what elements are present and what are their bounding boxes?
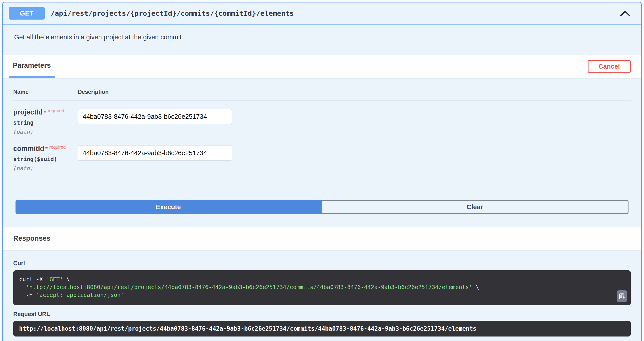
parameter-location: (path)	[13, 129, 78, 135]
parameter-value-cell	[78, 109, 631, 124]
endpoint-path: /api/rest/projects/{projectId}/commits/{…	[50, 9, 294, 17]
cancel-button[interactable]: Cancel	[588, 60, 631, 73]
required-star: *	[44, 109, 46, 116]
required-label: required	[48, 108, 64, 113]
clear-button[interactable]: Clear	[321, 200, 628, 214]
required-star: *	[46, 146, 48, 152]
parameter-name: projectId	[13, 108, 43, 116]
parameter-name: commitId	[13, 145, 44, 153]
parameter-location: (path)	[13, 165, 78, 172]
curl-text: \	[472, 284, 479, 290]
parameter-name-line: projectId*required	[13, 109, 78, 116]
copy-to-clipboard-button[interactable]	[617, 290, 627, 302]
curl-string: 'GET'	[46, 276, 63, 282]
curl-text	[19, 284, 26, 290]
curl-line-2: 'http://localhost:8080/api/rest/projects…	[19, 283, 625, 291]
chevron-up-icon	[620, 10, 630, 17]
parameter-row-projectid: projectId*required string (path)	[13, 101, 631, 135]
column-header-description: Description	[78, 89, 631, 95]
parameter-value-cell	[78, 145, 631, 161]
operation-summary-bar[interactable]: GET /api/rest/projects/{projectId}/commi…	[3, 3, 641, 25]
curl-text: -H	[19, 292, 36, 298]
column-header-name: Name	[13, 89, 78, 95]
execute-button-group: Execute Clear	[16, 200, 628, 214]
parameter-meta: commitId*required string($uuid) (path)	[13, 145, 78, 172]
responses-section-header: Responses	[3, 227, 641, 250]
operation-description: Get all the elements in a given project …	[3, 25, 641, 55]
commitid-input[interactable]	[78, 145, 232, 161]
curl-label: Curl	[13, 260, 631, 267]
curl-text: \	[63, 276, 70, 282]
curl-line-3: -H 'accept: application/json'	[19, 291, 625, 299]
request-url-value: http://localhost:8080/api/rest/projects/…	[13, 321, 631, 336]
parameter-type: string($uuid)	[13, 156, 78, 162]
parameter-name-line: commitId*required	[13, 145, 78, 152]
required-label: required	[49, 145, 66, 150]
parameters-table: Name Description projectId*required stri…	[3, 78, 641, 172]
request-url-label: Request URL	[13, 311, 631, 317]
operation-block-get: GET /api/rest/projects/{projectId}/commi…	[2, 2, 642, 341]
clipboard-icon	[618, 292, 625, 300]
curl-string: 'accept: application/json'	[36, 292, 124, 298]
curl-string: 'http://localhost:8080/api/rest/projects…	[26, 284, 472, 290]
collapse-operation-button[interactable]	[618, 9, 632, 18]
parameter-type: string	[13, 119, 78, 126]
curl-text: curl -X	[19, 276, 46, 282]
responses-body: Curl curl -X 'GET' \ 'http://localhost:8…	[3, 250, 641, 341]
curl-command-block: curl -X 'GET' \ 'http://localhost:8080/a…	[13, 270, 631, 305]
responses-heading: Responses	[13, 234, 50, 242]
projectid-input[interactable]	[78, 109, 232, 124]
parameters-section-header: Parameters Cancel	[3, 55, 641, 78]
tab-parameters[interactable]: Parameters	[9, 55, 55, 78]
execute-button[interactable]: Execute	[16, 200, 321, 214]
parameter-row-commitid: commitId*required string($uuid) (path)	[13, 145, 631, 172]
parameters-table-header: Name Description	[13, 89, 631, 101]
parameter-meta: projectId*required string (path)	[13, 109, 78, 135]
http-method-badge: GET	[9, 7, 45, 20]
curl-line-1: curl -X 'GET' \	[19, 275, 625, 283]
